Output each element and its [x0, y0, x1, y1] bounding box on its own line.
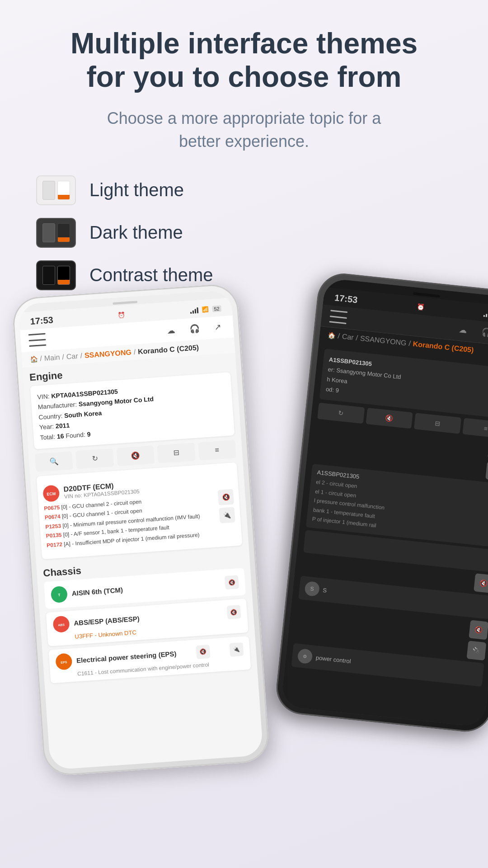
dark-mute-btn2[interactable]: 🔇 — [474, 573, 488, 593]
light-monitor-btn[interactable]: ⊟ — [157, 443, 196, 463]
phones-container: 17:53 ⏰ 📶 52 — [18, 263, 488, 760]
dark-hamburger[interactable] — [329, 310, 348, 324]
dark-btn-mute[interactable]: 🔇 — [366, 408, 413, 429]
dark-status-time: 17:53 — [334, 292, 358, 305]
dark-cloud-icon[interactable]: ☁ — [455, 322, 471, 338]
chassis-abs-btn[interactable]: 🔇 — [227, 605, 241, 619]
dark-content: A1SSBP021305 er: Ssangyong Motor Co Ltd … — [284, 342, 488, 694]
chassis-icon-eps: EPS — [55, 653, 72, 670]
phone-light: 17:53 ⏰ 📶 52 — [11, 283, 270, 777]
svg-text:EPS: EPS — [61, 660, 67, 664]
dark-mute-btn3[interactable]: 🔇 — [469, 620, 488, 640]
light-theme-icon — [36, 175, 76, 205]
light-share-icon[interactable]: ↗ — [210, 320, 225, 335]
page-title: Multiple interface themes for you to cho… — [18, 27, 470, 94]
light-hamburger[interactable] — [28, 333, 47, 347]
page-wrapper: Multiple interface themes for you to cho… — [0, 0, 488, 868]
theme-list: Light theme Dark theme — [36, 175, 470, 290]
dark-headphone-icon[interactable]: 🎧 — [479, 325, 488, 340]
contrast-theme-label: Contrast theme — [89, 265, 213, 285]
theme-item-light[interactable]: Light theme — [36, 175, 470, 205]
dark-btn-monitor[interactable]: ⊟ — [414, 413, 461, 434]
light-mute-btn[interactable]: 🔇 — [116, 445, 155, 466]
dark-theme-icon — [36, 218, 76, 248]
svg-text:T: T — [58, 593, 61, 597]
module-icon-ecm: ECM — [42, 485, 60, 502]
svg-text:ECM: ECM — [47, 491, 56, 496]
dark-theme-label: Dark theme — [89, 222, 183, 243]
dark-plugin-btn[interactable]: 🔌 — [485, 462, 488, 481]
page-subtitle: Choose a more appropriate topic for a be… — [86, 107, 402, 153]
chassis-aisin-btn[interactable]: 🔇 — [225, 575, 239, 590]
dark-chassis-icon2: ⚙ — [297, 648, 313, 664]
theme-item-contrast[interactable]: Contrast theme — [36, 260, 470, 290]
dark-plugin-btn2[interactable]: 🔌 — [466, 641, 486, 660]
module-mute-btn[interactable]: 🔇 — [218, 489, 234, 505]
dark-btn-refresh[interactable]: ↻ — [317, 403, 365, 424]
light-refresh-btn[interactable]: ↻ — [75, 448, 114, 469]
dark-btn-list[interactable]: ≡ — [462, 418, 488, 439]
dtc-list: P0675 [0] - GCU channel 2 - circuit open… — [44, 491, 202, 552]
module-card: ECM D20DTF (ECM) VIN no: KPTA0A1SSBP0213… — [37, 462, 243, 559]
phone-dark: 17:53 ⏰ 📶 52 — [274, 271, 488, 734]
light-list-btn[interactable]: ≡ — [198, 440, 236, 461]
light-status-time: 17:53 — [30, 315, 54, 327]
dark-chassis-icon1: S — [304, 581, 320, 597]
svg-text:ABS: ABS — [58, 623, 65, 627]
chassis-eps-btn[interactable]: 🔇 — [196, 645, 210, 659]
chassis-eps-plugin-btn[interactable]: 🔌 — [229, 642, 244, 657]
light-screen-content: Engine VIN: KPTA0A1SSBP021305 Manufactur… — [23, 353, 258, 687]
chassis-icon-abs: ABS — [52, 615, 70, 632]
chassis-icon-aisin: T — [51, 586, 68, 603]
light-cloud-icon[interactable]: ☁ — [164, 323, 179, 338]
header-section: Multiple interface themes for you to cho… — [18, 27, 470, 153]
light-theme-label: Light theme — [89, 180, 184, 200]
module-plugin-btn[interactable]: 🔌 — [219, 507, 235, 523]
light-search-btn[interactable]: 🔍 — [35, 451, 73, 472]
theme-item-dark[interactable]: Dark theme — [36, 218, 470, 248]
contrast-theme-icon — [36, 260, 76, 290]
vin-info-card: VIN: KPTA0A1SSBP021305 Manufacturer: Ssa… — [30, 372, 235, 449]
light-headphone-icon[interactable]: 🎧 — [187, 321, 202, 336]
